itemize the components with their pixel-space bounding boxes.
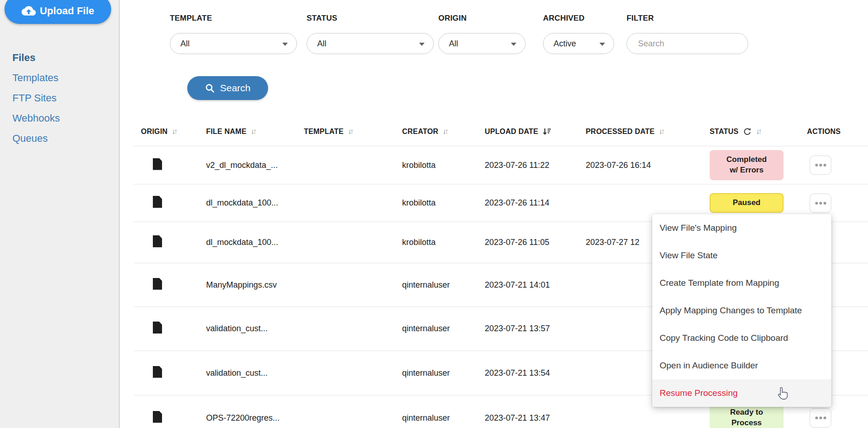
file-name-cell: ManyMappings.csv bbox=[206, 280, 304, 290]
file-name-cell: v2_dl_mockdata_... bbox=[206, 161, 304, 170]
creator-cell: qinternaluser bbox=[402, 413, 485, 423]
file-icon bbox=[153, 411, 162, 423]
file-name-cell: validation_cust... bbox=[206, 368, 304, 378]
column-header-processed[interactable]: PROCESSED DATE↓↑ bbox=[586, 128, 710, 136]
chevron-down-icon bbox=[419, 43, 425, 46]
column-header-template[interactable]: TEMPLATE↓↑ bbox=[304, 128, 402, 136]
origin-filter-select[interactable]: All bbox=[438, 33, 526, 54]
table-header-row: ORIGIN↓↑FILE NAME↓↑TEMPLATE↓↑CREATOR↓↑UP… bbox=[134, 117, 868, 146]
file-icon bbox=[153, 278, 162, 290]
sort-icon[interactable]: ↓↑ bbox=[172, 128, 178, 135]
file-icon bbox=[153, 366, 162, 378]
row-actions-button[interactable] bbox=[810, 408, 831, 428]
sidebar-item-ftp-sites[interactable]: FTP Sites bbox=[0, 88, 119, 108]
column-header-upload[interactable]: UPLOAD DATE bbox=[485, 127, 586, 136]
archived-filter-value: Active bbox=[554, 39, 576, 49]
sidebar: Upload File FilesTemplatesFTP SitesWebho… bbox=[0, 0, 120, 428]
template-filter-label: TEMPLATE bbox=[170, 14, 297, 23]
upload-date-cell: 2023-07-21 13:47 bbox=[485, 413, 586, 423]
column-label: STATUS bbox=[710, 128, 739, 136]
file-name-cell: OPS-72200regres... bbox=[206, 413, 304, 423]
menu-item-create-template-from-mapping[interactable]: Create Template from Mapping bbox=[652, 269, 831, 297]
upload-file-button[interactable]: Upload File bbox=[5, 0, 111, 24]
status-filter-select[interactable]: All bbox=[307, 33, 434, 54]
sidebar-item-webhooks[interactable]: Webhooks bbox=[0, 108, 119, 128]
upload-file-label: Upload File bbox=[40, 5, 95, 17]
template-filter-value: All bbox=[180, 39, 190, 49]
sidebar-nav: FilesTemplatesFTP SitesWebhooksQueues bbox=[0, 48, 119, 149]
files-page: Upload File FilesTemplatesFTP SitesWebho… bbox=[0, 0, 868, 428]
sidebar-item-templates[interactable]: Templates bbox=[0, 68, 119, 88]
row-actions-button[interactable] bbox=[810, 194, 831, 213]
column-label: CREATOR bbox=[402, 128, 438, 136]
refresh-status-icon[interactable] bbox=[743, 127, 752, 136]
file-name-cell: validation_cust... bbox=[206, 324, 304, 334]
file-icon bbox=[153, 196, 162, 208]
origin-filter-label: ORIGIN bbox=[438, 14, 526, 23]
search-icon bbox=[205, 83, 215, 94]
sort-icon[interactable]: ↓↑ bbox=[659, 128, 665, 135]
menu-item-copy-tracking-code-to-clipboard[interactable]: Copy Tracking Code to Clipboard bbox=[652, 324, 831, 352]
column-label: UPLOAD DATE bbox=[485, 128, 538, 136]
archived-filter-select[interactable]: Active bbox=[543, 33, 614, 54]
column-header-creator[interactable]: CREATOR↓↑ bbox=[402, 128, 485, 136]
cloud-upload-icon bbox=[22, 4, 36, 18]
filter-search-box bbox=[627, 33, 748, 54]
archived-filter-group: ARCHIVED Active bbox=[543, 14, 614, 23]
row-actions-button[interactable] bbox=[810, 156, 831, 175]
file-icon bbox=[153, 235, 162, 247]
archived-filter-label: ARCHIVED bbox=[543, 14, 614, 23]
creator-cell: qinternaluser bbox=[402, 368, 485, 378]
processed-date-cell: 2023-07-26 16:14 bbox=[586, 161, 710, 170]
origin-filter-group: ORIGIN All bbox=[438, 14, 526, 23]
creator-cell: krobilotta bbox=[402, 238, 485, 247]
sort-icon[interactable]: ↓↑ bbox=[348, 128, 354, 135]
column-label: TEMPLATE bbox=[304, 128, 344, 136]
chevron-down-icon bbox=[599, 43, 605, 46]
sort-desc-icon[interactable] bbox=[543, 127, 552, 136]
upload-date-cell: 2023-07-21 14:01 bbox=[485, 280, 586, 290]
sort-icon[interactable]: ↓↑ bbox=[442, 128, 448, 135]
sidebar-item-files[interactable]: Files bbox=[0, 48, 119, 68]
sort-icon[interactable]: ↓↑ bbox=[756, 128, 762, 135]
status-filter-group: STATUS All bbox=[307, 14, 434, 23]
table-row: v2_dl_mockdata_... krobilotta 2023-07-26… bbox=[134, 146, 868, 184]
menu-item-resume-processing[interactable]: Resume Processing bbox=[652, 379, 831, 407]
column-header-status[interactable]: STATUS↓↑ bbox=[710, 127, 807, 136]
file-icon bbox=[153, 158, 162, 170]
search-button-label: Search bbox=[220, 83, 251, 94]
creator-cell: qinternaluser bbox=[402, 280, 485, 290]
file-name-cell: dl_mockdata_100... bbox=[206, 238, 304, 247]
creator-cell: krobilotta bbox=[402, 198, 485, 208]
filter-search-input[interactable] bbox=[637, 39, 738, 49]
column-header-actions: ACTIONS bbox=[807, 128, 868, 136]
chevron-down-icon bbox=[511, 43, 516, 46]
search-button[interactable]: Search bbox=[187, 76, 268, 100]
template-filter-group: TEMPLATE All bbox=[170, 14, 297, 23]
menu-item-view-file-s-mapping[interactable]: View File's Mapping bbox=[652, 214, 831, 242]
menu-item-apply-mapping-changes-to-template[interactable]: Apply Mapping Changes to Template bbox=[652, 297, 831, 324]
column-label: ORIGIN bbox=[141, 128, 168, 136]
filter-label: FILTER bbox=[627, 14, 748, 23]
sidebar-item-queues[interactable]: Queues bbox=[0, 128, 119, 149]
upload-date-cell: 2023-07-26 11:22 bbox=[485, 161, 586, 170]
creator-cell: krobilotta bbox=[402, 161, 485, 170]
column-label: FILE NAME bbox=[206, 128, 246, 136]
context-menu: View File's MappingView File StateCreate… bbox=[652, 214, 831, 407]
chevron-down-icon bbox=[282, 43, 288, 46]
status-badge: Completed w/ Errors bbox=[710, 150, 784, 180]
template-filter-select[interactable]: All bbox=[170, 33, 297, 54]
creator-cell: qinternaluser bbox=[402, 324, 485, 334]
menu-item-view-file-state[interactable]: View File State bbox=[652, 242, 831, 269]
menu-item-open-in-audience-builder[interactable]: Open in Audience Builder bbox=[652, 352, 831, 379]
file-name-cell: dl_mockdata_100... bbox=[206, 198, 304, 208]
column-header-filename[interactable]: FILE NAME↓↑ bbox=[206, 128, 304, 136]
upload-date-cell: 2023-07-26 11:05 bbox=[485, 238, 586, 247]
status-filter-value: All bbox=[317, 39, 326, 49]
filter-search-group: FILTER bbox=[627, 14, 748, 23]
origin-filter-value: All bbox=[449, 39, 458, 49]
column-header-origin[interactable]: ORIGIN↓↑ bbox=[134, 128, 206, 136]
upload-date-cell: 2023-07-26 11:14 bbox=[485, 198, 586, 208]
sort-icon[interactable]: ↓↑ bbox=[251, 128, 257, 135]
file-icon bbox=[153, 322, 162, 334]
